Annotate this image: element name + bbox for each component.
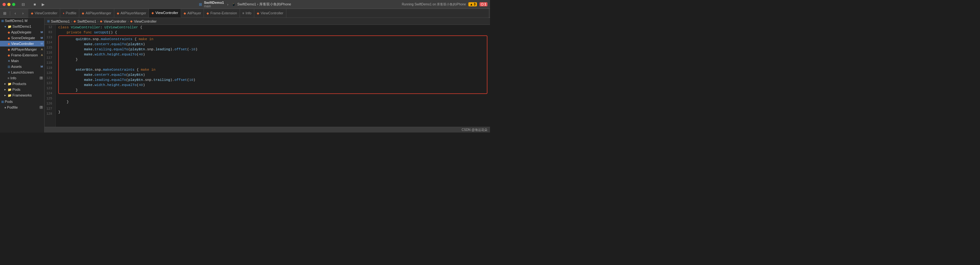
- nav-back-button[interactable]: ‹: [12, 10, 19, 17]
- maximize-button[interactable]: [12, 3, 15, 6]
- swift-icon: ◆: [257, 11, 259, 15]
- breadcrumb-swiftdemo1-2[interactable]: SwiftDemo1: [77, 19, 96, 23]
- traffic-lights: [3, 3, 15, 6]
- breadcrumb-sep-1: ›: [71, 19, 72, 23]
- code-line-125: }: [58, 99, 487, 104]
- swift-icon: ◆: [82, 11, 84, 15]
- code-line-123: }: [59, 88, 487, 93]
- sidebar-item-frame-extension[interactable]: ◆ Frame-Extension A: [0, 52, 44, 58]
- grid-view-button[interactable]: ⊞: [1, 10, 8, 17]
- tab-info[interactable]: ≡ Info: [240, 9, 254, 18]
- sidebar-item-label: SwiftDemo1: [13, 24, 31, 28]
- sidebar-item-frameworks[interactable]: ▸ 📁 Frameworks: [0, 93, 44, 98]
- error-badge[interactable]: ⬡ 1: [479, 2, 487, 6]
- line-num-12: 12: [46, 25, 54, 30]
- code-area[interactable]: class ViewController: UIViewController {…: [56, 25, 490, 127]
- sidebar-item-label: Frame-Extension: [11, 53, 38, 57]
- sidebar-item-label: AppDelegate: [11, 30, 32, 34]
- breadcrumb: ⊞ SwiftDemo1 › ◆ SwiftDemo1 › ◆ ViewCont…: [45, 18, 490, 25]
- tab-podfile[interactable]: ♦ Podfile: [60, 9, 79, 18]
- line-numbers: 12 83 113 114 115 116 117 118 119 120 12…: [45, 25, 56, 127]
- breadcrumb-viewcontroller-1[interactable]: ViewController: [104, 19, 126, 23]
- xib-icon: ✕: [8, 59, 10, 63]
- sidebar-item-pods-group[interactable]: ▸ 📁 Pods: [0, 87, 44, 93]
- line-num-125: 125: [46, 96, 54, 101]
- tab-viewcontroller-2[interactable]: ◆ ViewController: [254, 9, 286, 18]
- line-num-120: 120: [46, 71, 54, 76]
- sidebar-item-main[interactable]: ✕ Main: [0, 58, 44, 64]
- breadcrumb-viewcontroller-2[interactable]: ViewController: [134, 19, 156, 23]
- sidebar-item-viewcontroller[interactable]: ◆ ViewController M: [0, 41, 44, 46]
- folder-icon: 📁: [8, 94, 11, 97]
- tab-aliplayer[interactable]: ◆ AliPlayer: [181, 9, 204, 18]
- tab-label: Frame-Extension: [210, 11, 237, 15]
- swift-icon: ◆: [117, 11, 119, 15]
- sidebar-item-label: Podfile: [7, 105, 18, 109]
- tab-bar: ◆ ViewController ♦ Podfile ◆ AliPlayerMa…: [28, 9, 489, 18]
- line-num-128: 128: [46, 112, 54, 117]
- xcode-project-icon-2: ⊠: [1, 100, 4, 104]
- podfile-icon: ♦: [63, 11, 64, 15]
- device-label: SwiftDemo1 › 库客双小鱼的iPhone: [237, 2, 291, 7]
- plist-icon: ≡: [8, 77, 10, 80]
- swift-icon: ◆: [184, 11, 186, 15]
- titlebar-center: ⊞ SwiftDemo1 main › 📱 SwiftDemo1 › 库客双小鱼…: [199, 1, 291, 8]
- code-line-113: quitBtn.snp.makeConstraints { make in: [59, 37, 487, 42]
- sidebar-item-info[interactable]: ≡ Info ?: [0, 75, 44, 81]
- code-line-126: [58, 104, 487, 110]
- stop-button[interactable]: ■: [31, 1, 38, 8]
- warning-badge[interactable]: ▲ 3: [468, 2, 477, 6]
- code-line-119: enterBtn.snp.makeConstraints { make in: [59, 67, 487, 72]
- sidebar-item-launchscreen[interactable]: ✕ LaunchScreen: [0, 69, 44, 75]
- nav-forward-button[interactable]: ›: [19, 10, 26, 17]
- titlebar-left: ⊟: [20, 1, 27, 8]
- code-line-127: }: [58, 110, 487, 115]
- tab-viewcontroller-active[interactable]: ◆ ViewController: [149, 9, 181, 18]
- breadcrumb-swiftdemo1[interactable]: SwiftDemo1: [51, 19, 70, 23]
- chevron-right-icon: ▸: [5, 82, 6, 85]
- assets-icon: ⊟: [8, 65, 10, 69]
- sidebar-item-label: Products: [13, 82, 26, 86]
- sidebar-item-label: SwiftDemo1: [5, 19, 24, 22]
- swift-icon: ◆: [8, 54, 10, 57]
- run-button[interactable]: ▶: [40, 1, 46, 8]
- sidebar-item-label: SceneDelegate: [11, 36, 35, 40]
- tab-label: AliPlayerManger: [121, 11, 146, 15]
- close-button[interactable]: [3, 3, 6, 6]
- sidebar: ⊠ SwiftDemo1 M ▾ 📁 SwiftDemo1 ◆ AppDeleg…: [0, 18, 45, 132]
- tab-frame-extension[interactable]: ◆ Frame-Extension: [204, 9, 240, 18]
- titlebar: ⊟ ■ ▶ ⊞ SwiftDemo1 main › 📱 SwiftDemo1 ›…: [0, 0, 490, 9]
- minimize-button[interactable]: [7, 3, 11, 6]
- nav-arrows: ‹ ›: [12, 10, 26, 17]
- sidebar-item-podfile[interactable]: ♦ Podfile ?: [0, 104, 44, 110]
- code-line-116: make.width.height.equalTo(40): [59, 52, 487, 57]
- sidebar-item-scenedelegate[interactable]: ◆ SceneDelegate M: [0, 35, 44, 41]
- badge-q: ?: [40, 77, 43, 80]
- editor[interactable]: 12 83 113 114 115 116 117 118 119 120 12…: [45, 25, 490, 127]
- line-num-114: 114: [46, 40, 54, 45]
- line-num-118: 118: [46, 61, 54, 65]
- sidebar-item-label: Frameworks: [13, 93, 32, 97]
- tab-aliplayermanger-2[interactable]: ◆ AliPlayerManger: [114, 9, 149, 18]
- line-num-116: 116: [46, 50, 54, 56]
- tab-label: ViewController: [155, 11, 178, 14]
- folder-icon-2: 📁: [8, 25, 11, 28]
- sidebar-item-products[interactable]: ▸ 📁 Products: [0, 81, 44, 87]
- sidebar-toggle-button[interactable]: ⊟: [20, 1, 27, 8]
- code-line-122: make.width.height.equalTo(40): [59, 83, 487, 88]
- tab-label: Podfile: [65, 11, 76, 15]
- sidebar-item-swiftdemo1-group[interactable]: ▾ 📁 SwiftDemo1: [0, 24, 44, 29]
- tab-viewcontroller-1[interactable]: ◆ ViewController: [28, 9, 60, 18]
- badge-a: A: [41, 48, 43, 51]
- breadcrumb-sep-3: ›: [127, 19, 129, 23]
- sidebar-item-swiftdemo1-root[interactable]: ⊠ SwiftDemo1 M: [0, 18, 44, 24]
- tab-label: AliPlayerManger: [86, 11, 111, 15]
- sidebar-item-pods-project[interactable]: ⊠ Pods: [0, 99, 44, 104]
- sidebar-item-assets[interactable]: ⊟ Assets M: [0, 64, 44, 69]
- xcode-breadcrumb-icon: ⊞: [47, 19, 49, 23]
- badge-m: M: [24, 19, 27, 22]
- badge-q: ?: [40, 106, 43, 109]
- tab-aliplayermanger-1[interactable]: ◆ AliPlayerManger: [79, 9, 114, 18]
- sidebar-item-appdelegate[interactable]: ◆ AppDelegate M: [0, 29, 44, 35]
- sidebar-item-aliplayermanger[interactable]: ◆ AliPlayerManger A: [0, 46, 44, 52]
